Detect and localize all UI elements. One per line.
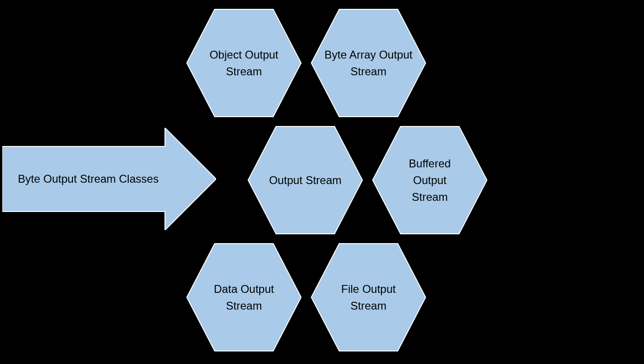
hexagon-label: Output Stream [255,172,355,189]
hexagon-output-stream: Output Stream [247,126,363,235]
hexagon-file-output-stream: File OutputStream [310,243,427,352]
hexagon-buffered-output-stream: BufferedOutputStream [372,126,488,235]
hexagon-data-output-stream: Data OutputStream [186,243,302,352]
hexagon-object-output-stream: Object Output Stream [186,8,302,118]
hexagon-label: Data OutputStream [200,281,288,314]
hexagon-byte-array-output-stream: Byte Array OutputStream [310,8,427,118]
hexagon-label: File OutputStream [327,281,409,314]
hexagon-label: Byte Array OutputStream [310,46,426,80]
hexagon-label: BufferedOutputStream [395,155,465,205]
arrow-callout: Byte Output Stream Classes [2,128,216,230]
hexagon-label: Object Output Stream [186,46,302,80]
arrow-label: Byte Output Stream Classes [12,128,165,230]
